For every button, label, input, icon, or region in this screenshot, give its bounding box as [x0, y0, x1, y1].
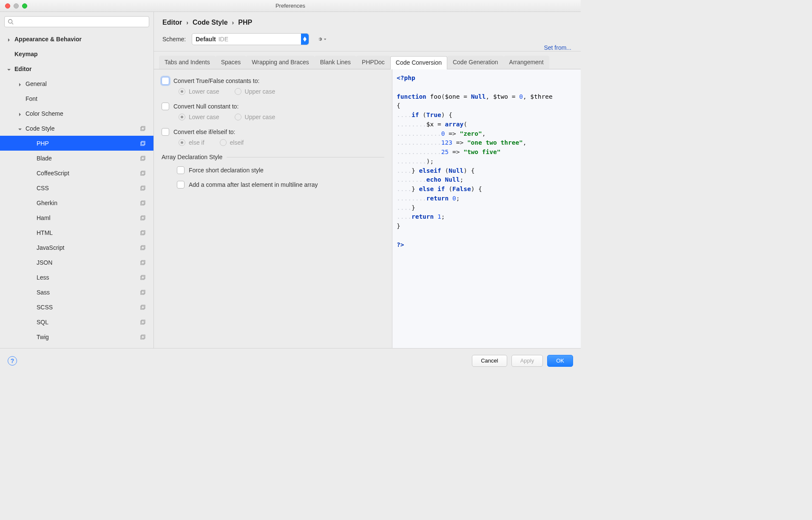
elseif-joined-radio[interactable]: elseif — [220, 139, 244, 146]
tree-item-coffeescript[interactable]: CoffeeScript — [0, 166, 153, 180]
search-input[interactable] — [4, 16, 149, 27]
tree-item-label: Less — [37, 274, 49, 281]
true-false-upper-radio[interactable]: Upper case — [235, 88, 275, 95]
tree-item-scss[interactable]: SCSS — [0, 300, 153, 314]
convert-true-false-checkbox[interactable] — [162, 77, 169, 85]
tree-item-editor[interactable]: Editor — [0, 61, 153, 76]
breadcrumb-editor[interactable]: Editor — [162, 19, 182, 26]
convert-true-false-label: Convert True/False constants to: — [173, 77, 259, 84]
elseif-spaced-radio[interactable]: else if — [179, 139, 204, 146]
null-lower-radio[interactable]: Lower case — [179, 114, 219, 120]
tree-item-label: HTML — [37, 229, 53, 236]
tab-arrangement[interactable]: Arrangement — [504, 56, 549, 69]
svg-rect-6 — [141, 157, 144, 160]
svg-rect-13 — [142, 201, 145, 204]
tree-item-twig[interactable]: Twig — [0, 329, 153, 344]
tree-item-json[interactable]: JSON — [0, 255, 153, 270]
tree-item-gherkin[interactable]: Gherkin — [0, 195, 153, 210]
chevron-down-icon[interactable] — [7, 67, 11, 71]
convert-null-checkbox[interactable] — [162, 103, 169, 110]
chevron-right-icon[interactable] — [18, 111, 22, 116]
force-short-decl-label: Force short declaration style — [189, 167, 264, 174]
divider — [227, 157, 384, 157]
help-button[interactable]: ? — [8, 356, 17, 366]
tree-item-less[interactable]: Less — [0, 270, 153, 285]
search-icon — [8, 19, 14, 25]
stepper-icon — [301, 34, 309, 45]
breadcrumb-code-style[interactable]: Code Style — [193, 19, 228, 26]
set-from-link[interactable]: Set from... — [544, 44, 571, 51]
chevron-right-icon[interactable] — [18, 82, 22, 86]
svg-rect-24 — [141, 291, 144, 294]
svg-rect-10 — [141, 187, 144, 190]
tree-item-label: Haml — [37, 214, 51, 221]
tree-item-blade[interactable]: Blade — [0, 151, 153, 166]
tree-item-label: Twig — [37, 334, 49, 340]
cancel-button[interactable]: Cancel — [472, 355, 507, 367]
tree-item-color-scheme[interactable]: Color Scheme — [0, 106, 153, 121]
copy-icon — [140, 230, 146, 236]
svg-rect-23 — [142, 275, 145, 279]
tree-item-keymap[interactable]: Keymap — [0, 46, 153, 61]
copy-icon — [140, 304, 146, 310]
settings-tree: Appearance & BehaviorKeymapEditorGeneral… — [0, 31, 153, 348]
breadcrumb-php: PHP — [238, 19, 252, 26]
svg-rect-14 — [141, 217, 144, 220]
tree-item-code-style[interactable]: Code Style — [0, 121, 153, 136]
svg-line-1 — [12, 23, 14, 25]
preferences-sidebar: Appearance & BehaviorKeymapEditorGeneral… — [0, 12, 154, 348]
tab-spaces[interactable]: Spaces — [216, 56, 247, 69]
tree-item-label: Code Style — [26, 125, 54, 132]
scheme-scope: IDE — [219, 36, 228, 43]
tab-code-generation[interactable]: Code Generation — [447, 56, 504, 69]
tree-item-html[interactable]: HTML — [0, 225, 153, 240]
tree-item-appearance-behavior[interactable]: Appearance & Behavior — [0, 31, 153, 46]
add-trailing-comma-checkbox[interactable] — [177, 181, 185, 189]
chevron-down-icon[interactable] — [18, 126, 22, 131]
svg-rect-12 — [141, 202, 144, 205]
ok-button[interactable]: OK — [547, 355, 573, 367]
true-false-lower-radio[interactable]: Lower case — [179, 88, 219, 95]
scheme-select[interactable]: Default IDE — [192, 33, 309, 45]
tree-item-css[interactable]: CSS — [0, 180, 153, 195]
tree-item-label: General — [26, 80, 47, 87]
copy-icon — [140, 215, 146, 221]
null-upper-radio[interactable]: Upper case — [235, 114, 275, 120]
force-short-decl-checkbox[interactable] — [177, 166, 185, 174]
copy-icon — [140, 334, 146, 340]
apply-button[interactable]: Apply — [511, 355, 543, 367]
svg-rect-28 — [141, 321, 144, 324]
copy-icon — [140, 274, 146, 280]
svg-rect-29 — [142, 320, 145, 323]
tree-item-label: Color Scheme — [26, 110, 63, 117]
tree-item-font[interactable]: Font — [0, 91, 153, 106]
tree-item-sql[interactable]: SQL — [0, 314, 153, 329]
tree-item-label: CoffeeScript — [37, 170, 69, 177]
tab-tabs-and-indents[interactable]: Tabs and Indents — [159, 56, 216, 69]
tree-item-sass[interactable]: Sass — [0, 285, 153, 300]
tab-phpdoc[interactable]: PHPDoc — [356, 56, 390, 69]
tree-item-label: SCSS — [37, 304, 53, 311]
svg-rect-21 — [142, 260, 145, 264]
tree-item-php[interactable]: PHP — [0, 136, 153, 151]
add-trailing-comma-label: Add a comma after last element in multil… — [189, 181, 318, 188]
tree-item-label: Appearance & Behavior — [14, 36, 82, 43]
svg-rect-5 — [142, 141, 145, 145]
array-section-title: Array Declaration Style — [162, 154, 222, 160]
copy-icon — [140, 155, 146, 161]
tree-item-general[interactable]: General — [0, 76, 153, 91]
svg-rect-27 — [142, 305, 145, 309]
scheme-actions-button[interactable] — [318, 35, 326, 43]
convert-elseif-checkbox[interactable] — [162, 128, 169, 136]
convert-null-label: Convert Null constant to: — [173, 103, 238, 110]
chevron-right-icon[interactable] — [7, 37, 11, 41]
tree-item-haml[interactable]: Haml — [0, 210, 153, 225]
tab-wrapping-and-braces[interactable]: Wrapping and Braces — [246, 56, 314, 69]
tree-item-javascript[interactable]: JavaScript — [0, 240, 153, 255]
tree-item-label: Editor — [14, 66, 31, 72]
tab-blank-lines[interactable]: Blank Lines — [315, 56, 356, 69]
options-pane: Convert True/False constants to: Lower c… — [154, 69, 392, 348]
tree-item-label: JavaScript — [37, 244, 64, 251]
tab-code-conversion[interactable]: Code Conversion — [390, 56, 447, 69]
svg-rect-19 — [142, 246, 145, 249]
